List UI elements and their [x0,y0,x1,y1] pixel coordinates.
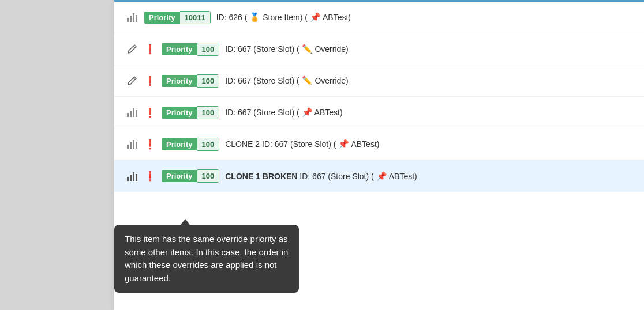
svg-rect-0 [127,18,129,22]
svg-rect-15 [136,174,137,181]
priority-badge: Priority 100 [162,74,219,88]
list-item[interactable]: ❗ Priority 100 CLONE 2 ID: 667 (Store Sl… [114,128,644,160]
priority-value: 100 [197,106,220,119]
priority-badge: Priority 100 [162,106,219,119]
list-container: Priority 10011 ID: 626 ( 🏅 Store Item) (… [114,2,644,192]
list-item[interactable]: Priority 10011 ID: 626 ( 🏅 Store Item) (… [114,2,644,33]
priority-label: Priority [162,138,197,150]
warning-icon: ❗ [144,44,156,55]
priority-label: Priority [162,107,197,119]
svg-rect-2 [133,13,134,22]
priority-value: 100 [197,138,220,151]
priority-label: Priority [162,75,197,87]
override-icon: ✏️ [302,75,313,85]
svg-rect-4 [127,113,129,117]
page-container: Priority 10011 ID: 626 ( 🏅 Store Item) (… [0,0,644,310]
store-item-icon: 🏅 [249,12,260,22]
tooltip: This item has the same override priority… [114,225,299,293]
svg-rect-8 [127,145,129,149]
item-description: ID: 667 (Store Slot) ( ✏️ Override) [225,44,632,54]
chart-icon [126,107,138,118]
priority-label: Priority [144,12,180,24]
svg-rect-5 [130,111,132,117]
svg-rect-3 [136,15,137,22]
tooltip-text: This item has the same override priority… [125,234,288,283]
item-description: ID: 667 (Store Slot) ( 📌 ABTest) [225,107,632,118]
item-description: ID: 667 (Store Slot) ( ✏️ Override) [225,75,632,86]
warning-icon: ❗ [144,75,156,86]
svg-rect-7 [136,110,137,117]
svg-rect-14 [133,172,134,181]
item-description: CLONE 2 ID: 667 (Store Slot) ( 📌 ABTest) [225,139,632,149]
priority-badge: Priority 100 [162,138,219,151]
svg-rect-1 [130,16,132,22]
item-description: ID: 626 ( 🏅 Store Item) ( 📌 ABTest) [216,12,632,22]
priority-value: 100 [197,169,220,183]
list-item-highlighted[interactable]: ❗ Priority 100 CLONE 1 BROKEN ID: 667 (S… [114,160,644,192]
priority-badge: Priority 10011 [144,11,211,24]
priority-value: 10011 [180,11,211,24]
abtest-icon: 📌 [310,12,321,22]
priority-label: Priority [162,43,197,55]
abtest-icon: 📌 [338,139,349,149]
list-item[interactable]: ❗ Priority 100 ID: 667 (Store Slot) ( 📌 … [114,97,644,128]
svg-rect-11 [136,142,137,149]
svg-rect-6 [133,108,134,117]
pencil-icon [126,44,138,54]
svg-rect-12 [127,177,129,181]
left-panel [0,0,114,310]
chart-icon [126,139,138,149]
abtest-icon: 📌 [376,171,387,181]
override-icon: ✏️ [302,44,313,54]
priority-badge: Priority 100 [162,43,219,56]
abtest-icon: 📌 [302,107,313,117]
svg-rect-13 [130,175,132,181]
chart-icon [126,171,138,182]
priority-value: 100 [197,43,220,56]
list-item[interactable]: ❗ Priority 100 ID: 667 (Store Slot) ( ✏️… [114,65,644,97]
chart-icon [126,12,138,22]
priority-label: Priority [162,170,197,182]
priority-badge: Priority 100 [162,169,219,183]
warning-icon: ❗ [144,107,156,118]
priority-value: 100 [197,74,220,88]
svg-rect-9 [130,142,132,149]
item-description: CLONE 1 BROKEN ID: 667 (Store Slot) ( 📌 … [225,171,632,182]
warning-icon: ❗ [144,171,156,182]
svg-rect-10 [133,140,134,149]
warning-icon: ❗ [144,139,156,150]
pencil-icon [126,75,138,86]
list-item[interactable]: ❗ Priority 100 ID: 667 (Store Slot) ( ✏️… [114,33,644,65]
